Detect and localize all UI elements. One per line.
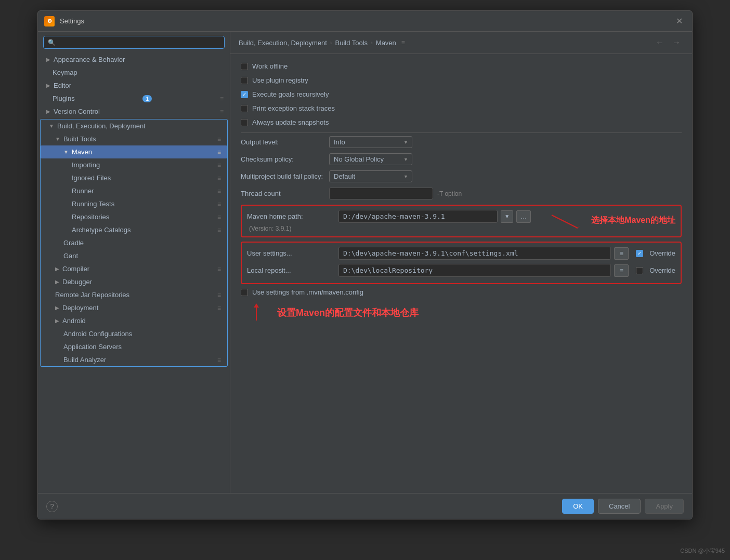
expand-icon: ▼ [63,149,69,155]
sidebar-item-label: Ignored Files [72,174,111,182]
always-update-checkbox[interactable] [241,119,248,126]
use-plugin-registry-checkbox[interactable] [241,77,248,84]
maven-home-dropdown[interactable]: ▼ [501,210,513,223]
sidebar-item-gradle[interactable]: Gradle [41,236,227,249]
use-plugin-registry-row: Use plugin registry [241,76,682,84]
nav-arrows: ← → [653,37,684,48]
thread-count-input[interactable] [329,188,433,199]
local-repo-override-checkbox[interactable] [636,267,643,274]
output-level-select[interactable]: Info [329,136,412,148]
file-icon: ≡ [217,188,221,195]
ok-button[interactable]: OK [562,499,594,514]
file-icon: ≡ [217,291,221,299]
work-offline-text: Work offline [252,62,288,70]
work-offline-checkbox[interactable] [241,63,248,70]
file-icon: ≡ [217,201,221,208]
sidebar-item-running-tests[interactable]: Running Tests ≡ [41,197,227,210]
execute-goals-checkbox[interactable]: ✓ [241,91,248,98]
use-plugin-registry-text: Use plugin registry [252,76,308,84]
search-box[interactable]: 🔍 [43,36,225,49]
sidebar-item-keymap[interactable]: Keymap [38,66,230,79]
sidebar-item-compiler[interactable]: ▶ Compiler ≡ [41,262,227,275]
local-repo-input[interactable]: D:\dev\localRepository [338,264,611,277]
sidebar-item-repositories[interactable]: Repositories ≡ [41,210,227,223]
sidebar-item-label: Build, Execution, Deployment [57,122,146,130]
sidebar-item-label: Plugins [53,95,75,102]
user-settings-label: User settings... [247,249,335,257]
multiproject-select[interactable]: Default [329,170,412,182]
expand-icon: ▶ [55,318,59,324]
close-button[interactable]: ✕ [673,15,686,27]
title-bar: ⚙ Settings ✕ [38,11,692,32]
print-exception-row: Print exception stack traces [241,104,682,112]
user-settings-browse[interactable]: ≡ [614,247,629,260]
nav-back-button[interactable]: ← [653,37,667,48]
breadcrumb-sep1: › [330,39,332,46]
bottom-left: ? [46,501,58,512]
sidebar-item-label: Keymap [53,69,77,76]
sidebar-item-importing[interactable]: Importing ≡ [41,158,227,171]
maven-home-highlight: Maven home path: D:/dev/apache-maven-3.9… [241,205,682,237]
settings-panel: Work offline Use plugin registry ✓ Execu… [230,54,692,493]
execute-goals-text: Execute goals recursively [252,90,329,98]
execute-goals-label[interactable]: ✓ Execute goals recursively [241,90,329,98]
sidebar-item-label: Running Tests [72,200,114,208]
sidebar-item-deployment[interactable]: ▶ Deployment ≡ [41,301,227,314]
nav-forward-button[interactable]: → [669,37,684,48]
sidebar-item-build-analyzer[interactable]: Build Analyzer ≡ [41,353,227,366]
search-input[interactable] [59,38,220,46]
work-offline-row: Work offline [241,62,682,70]
local-repo-row: Local reposit... D:\dev\localRepository … [247,264,675,277]
expand-icon: ▼ [49,123,54,129]
breadcrumb: Build, Execution, Deployment › Build Too… [230,32,692,54]
sidebar-item-android-configs[interactable]: Android Configurations [41,327,227,340]
output-level-select-wrapper: Info [329,136,412,148]
output-level-row: Output level: Info [241,136,682,148]
sidebar-item-editor[interactable]: ▶ Editor [38,79,230,92]
use-plugin-registry-label[interactable]: Use plugin registry [241,76,308,84]
file-icon: ≡ [217,356,221,364]
always-update-label[interactable]: Always update snapshots [241,118,329,126]
help-button[interactable]: ? [46,501,58,512]
sidebar-item-maven[interactable]: ▼ Maven ≡ [41,145,227,158]
sidebar-item-build-tools[interactable]: ▼ Build Tools ≡ [41,132,227,145]
file-icon: ≡ [220,95,224,102]
use-settings-mvn-label[interactable]: Use settings from .mvn/maven.config [241,288,363,296]
sidebar-item-plugins[interactable]: Plugins 1 ≡ [38,92,230,105]
sidebar-item-app-servers[interactable]: Application Servers [41,340,227,353]
maven-home-input[interactable]: D:/dev/apache-maven-3.9.1 [338,210,498,223]
multiproject-row: Multiproject build fail policy: Default [241,170,682,182]
sidebar-item-appearance[interactable]: ▶ Appearance & Behavior [38,53,230,66]
maven-home-browse[interactable]: … [516,210,531,223]
sidebar-item-gant[interactable]: Gant [41,249,227,262]
svg-line-0 [552,215,578,228]
breadcrumb-part3: Maven [376,39,396,47]
breadcrumb-part2: Build Tools [335,39,368,47]
checksum-policy-select[interactable]: No Global Policy [329,153,412,165]
sidebar-item-label: Repositories [72,213,109,221]
sidebar-item-debugger[interactable]: ▶ Debugger [41,275,227,288]
sidebar-item-remote-jar[interactable]: Remote Jar Repositories ≡ [41,288,227,301]
user-settings-override-checkbox[interactable]: ✓ [636,250,643,257]
sidebar-item-label: Debugger [62,278,92,286]
print-exception-checkbox[interactable] [241,105,248,112]
work-offline-label[interactable]: Work offline [241,62,288,70]
sidebar-item-version-control[interactable]: ▶ Version Control ≡ [38,105,230,118]
sidebar-item-runner[interactable]: Runner ≡ [41,184,227,197]
user-settings-input[interactable]: D:\dev\apache-maven-3.9.1\conf\settings.… [338,247,611,260]
breadcrumb-icon: ≡ [401,39,405,46]
sidebar-item-build-exec[interactable]: ▼ Build, Execution, Deployment [41,119,227,132]
output-level-label: Output level: [241,138,329,146]
local-repo-browse[interactable]: ≡ [614,264,629,277]
file-icon: ≡ [220,108,224,115]
apply-button[interactable]: Apply [645,499,684,514]
sidebar-item-android[interactable]: ▶ Android [41,314,227,327]
sidebar-item-archetype[interactable]: Archetype Catalogs ≡ [41,223,227,236]
file-icon: ≡ [217,149,221,156]
use-settings-mvn-checkbox[interactable] [241,289,248,296]
cancel-button[interactable]: Cancel [598,499,641,514]
sidebar-item-label: Appearance & Behavior [54,56,125,63]
sidebar-item-ignored[interactable]: Ignored Files ≡ [41,171,227,184]
print-exception-label[interactable]: Print exception stack traces [241,104,335,112]
maven-version-note: (Version: 3.9.1) [247,225,531,232]
